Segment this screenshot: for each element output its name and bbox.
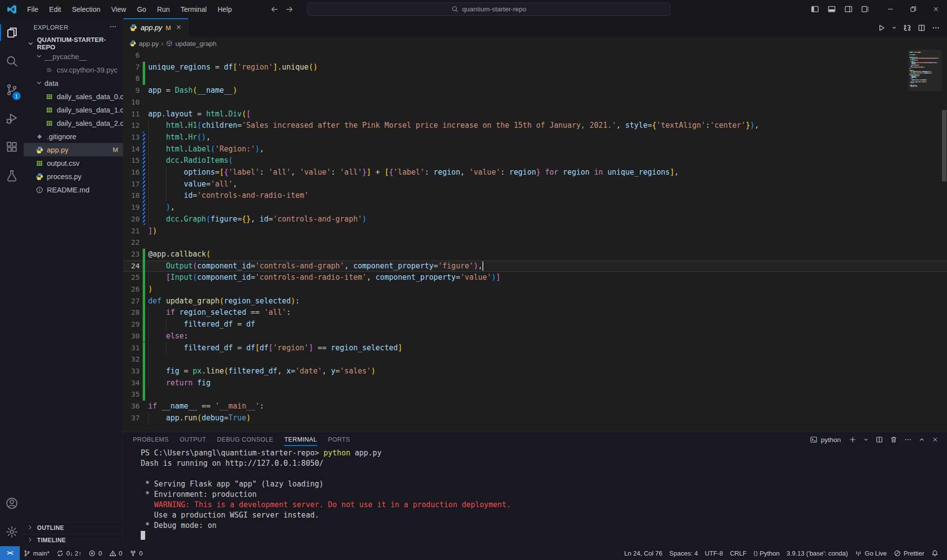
code-line-14[interactable]: 14 html.Label('Region:'), — [123, 144, 947, 155]
terminal-dropdown-icon[interactable] — [861, 434, 871, 446]
panel-tab-debug-console[interactable]: DEBUG CONSOLE — [212, 432, 277, 447]
code-line-36[interactable]: 36if __name__ == '__main__': — [123, 401, 947, 412]
tree-item--gitignore[interactable]: .gitignore — [24, 130, 123, 143]
new-terminal-icon[interactable] — [846, 434, 859, 446]
code-line-25[interactable]: 25 [Input(component_id='controls-and-rad… — [123, 272, 947, 284]
menu-help[interactable]: Help — [213, 3, 237, 15]
code-line-19[interactable]: 19 ), — [123, 202, 947, 214]
explorer-more-actions-icon[interactable] — [109, 23, 117, 32]
activitybar-run-and-debug[interactable] — [0, 104, 24, 133]
code-line-16[interactable]: 16 options=[{'label': 'all', 'value': 'a… — [123, 167, 947, 179]
code-line-32[interactable]: 32 — [123, 354, 947, 366]
terminal-output[interactable]: PS C:\Users\pangl\quantium-starter-repo>… — [141, 448, 942, 544]
command-center-search[interactable]: quantium-starter-repo — [307, 2, 671, 16]
status-eol[interactable]: CRLF — [726, 546, 750, 560]
editor-scrollbar[interactable] — [942, 110, 947, 182]
code-line-15[interactable]: 15 dcc.RadioItems( — [123, 155, 947, 167]
code-line-22[interactable]: 22 — [123, 237, 947, 249]
status-go-live[interactable]: Go Live — [851, 546, 890, 560]
panel-tab-ports[interactable]: PORTS — [323, 432, 355, 447]
code-line-23[interactable]: 23@app.callback( — [123, 249, 947, 261]
minimap[interactable] — [909, 51, 940, 90]
tab-app-py[interactable]: app.py M — [123, 18, 189, 37]
status-errors[interactable]: 0 — [85, 546, 105, 560]
code-line-12[interactable]: 12 html.H1(children='Sales increased aft… — [123, 120, 947, 132]
maximize-panel-icon[interactable] — [916, 434, 928, 446]
toggle-primary-sidebar-icon[interactable] — [808, 3, 822, 16]
menu-view[interactable]: View — [107, 3, 130, 15]
code-line-37[interactable]: 37 app.run(debug=True) — [123, 412, 947, 424]
customize-layout-icon[interactable] — [858, 3, 872, 16]
panel-tab-problems[interactable]: PROBLEMS — [128, 432, 173, 447]
panel-more-actions-icon[interactable] — [902, 434, 914, 446]
activitybar-explorer[interactable] — [0, 18, 24, 47]
status-prettier[interactable]: Prettier — [890, 546, 928, 560]
panel-tab-output[interactable]: OUTPUT — [175, 432, 211, 447]
panel-tab-terminal[interactable]: TERMINAL — [280, 432, 321, 447]
toggle-secondary-sidebar-icon[interactable] — [841, 3, 855, 16]
tree-item-readme-md[interactable]: README.md — [24, 183, 123, 196]
breadcrumb-file[interactable]: app.py — [129, 40, 159, 47]
code-line-30[interactable]: 30 else: — [123, 331, 947, 342]
tree-item-process-py[interactable]: process.py — [24, 170, 123, 183]
menu-edit[interactable]: Edit — [45, 3, 66, 15]
code-line-35[interactable]: 35 — [123, 389, 947, 401]
code-line-26[interactable]: 26) — [123, 284, 947, 296]
code-line-18[interactable]: 18 id='controls-and-radio-item' — [123, 190, 947, 202]
code-line-28[interactable]: 28 if region_selected == 'all': — [123, 307, 947, 319]
code-line-34[interactable]: 34 return fig — [123, 377, 947, 389]
close-panel-icon[interactable] — [929, 434, 941, 446]
code-line-17[interactable]: 17 value='all', — [123, 179, 947, 190]
menu-selection[interactable]: Selection — [68, 3, 105, 15]
code-editor[interactable]: 67unique_regions = df['region'].unique()… — [123, 50, 947, 432]
run-dropdown-icon[interactable] — [889, 21, 899, 34]
split-editor-icon[interactable] — [915, 21, 928, 34]
menu-run[interactable]: Run — [153, 3, 174, 15]
terminal-instance[interactable]: python — [810, 436, 841, 444]
code-line-6[interactable]: 6 — [123, 50, 947, 62]
tree-item-daily-sales-data-2-csv[interactable]: daily_sales_data_2.csv — [24, 116, 123, 130]
menu-file[interactable]: File — [23, 3, 43, 15]
activitybar-extensions[interactable] — [0, 133, 24, 161]
menu-terminal[interactable]: Terminal — [176, 3, 211, 15]
status-branch-status[interactable]: main* — [20, 546, 53, 560]
toggle-panel-icon[interactable] — [825, 3, 838, 16]
status-indentation[interactable]: Spaces: 4 — [666, 546, 702, 560]
code-line-27[interactable]: 27def update_graph(region_selected): — [123, 296, 947, 307]
code-line-7[interactable]: 7unique_regions = df['region'].unique() — [123, 62, 947, 74]
status-notifications[interactable] — [928, 546, 942, 560]
close-window-button[interactable] — [924, 0, 947, 18]
go-back-icon[interactable] — [271, 5, 278, 13]
tree-item-csv-cpython-39-pyc[interactable]: csv.cpython-39.pyc — [24, 63, 123, 76]
activitybar-accounts[interactable] — [0, 489, 24, 518]
tree-item-app-py[interactable]: app.pyM — [24, 143, 123, 156]
status-remote-indicator[interactable]: >< — [0, 546, 20, 560]
status-language-mode[interactable]: { }Python — [750, 546, 783, 560]
kill-terminal-icon[interactable] — [887, 434, 900, 446]
activitybar-source-control[interactable]: 1 — [0, 75, 24, 104]
go-forward-icon[interactable] — [285, 5, 293, 13]
activitybar-search[interactable] — [0, 47, 24, 75]
activitybar-settings[interactable] — [0, 518, 24, 546]
code-line-31[interactable]: 31 filtered_df = df[df['region'] == regi… — [123, 342, 947, 354]
section-outline[interactable]: OUTLINE — [24, 522, 123, 534]
code-line-21[interactable]: 21]) — [123, 225, 947, 237]
status-cursor-position[interactable]: Ln 24, Col 76 — [621, 546, 666, 560]
tree-item--pycache-[interactable]: __pycache__ — [24, 50, 123, 63]
status-feedback-tower[interactable]: 0 — [126, 546, 146, 560]
restore-button[interactable] — [902, 0, 924, 18]
minimize-button[interactable] — [879, 0, 902, 18]
status-python-interpreter[interactable]: 3.9.13 ('base': conda) — [783, 546, 851, 560]
status-sync-status[interactable]: 0↓ 2↑ — [53, 546, 85, 560]
code-line-10[interactable]: 10 — [123, 97, 947, 109]
code-line-9[interactable]: 9app = Dash(__name__) — [123, 85, 947, 97]
code-line-8[interactable]: 8 — [123, 73, 947, 85]
status-encoding[interactable]: UTF-8 — [701, 546, 726, 560]
code-line-20[interactable]: 20 dcc.Graph(figure={}, id='controls-and… — [123, 214, 947, 225]
breadcrumb-symbol[interactable]: update_graph — [166, 40, 216, 47]
run-python-file-button[interactable] — [875, 21, 887, 34]
activitybar-testing[interactable] — [0, 161, 24, 190]
explorer-root-folder[interactable]: QUANTIUM-STARTER-REPO — [24, 37, 123, 50]
code-line-33[interactable]: 33 fig = px.line(filtered_df, x='date', … — [123, 366, 947, 377]
status-warnings[interactable]: 0 — [106, 546, 126, 560]
